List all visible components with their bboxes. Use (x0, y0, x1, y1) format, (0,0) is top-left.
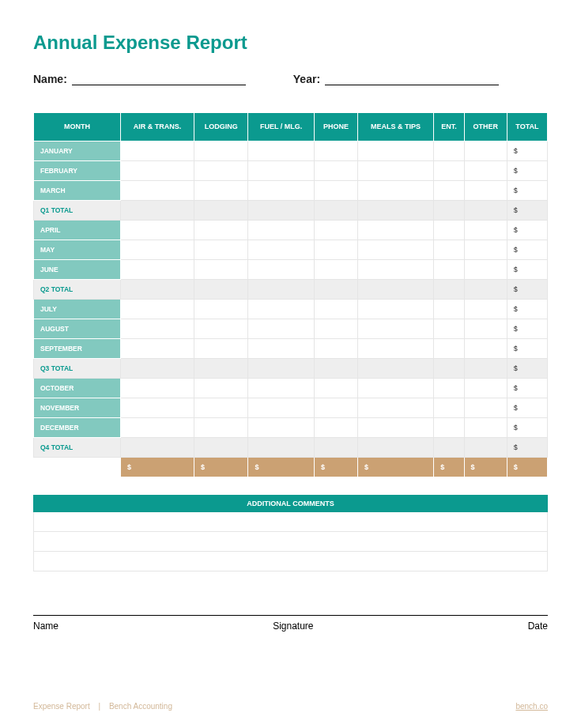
cell[interactable] (194, 398, 248, 418)
row-total[interactable]: $ (507, 181, 547, 201)
cell[interactable] (248, 240, 315, 260)
row-total[interactable]: $ (507, 339, 547, 359)
cell[interactable] (314, 141, 357, 161)
cell[interactable] (357, 141, 433, 161)
row-total[interactable]: $ (507, 398, 547, 418)
cell[interactable] (314, 161, 357, 181)
cell[interactable] (121, 418, 194, 438)
cell[interactable] (464, 379, 507, 398)
cell[interactable] (194, 300, 248, 319)
cell[interactable] (194, 280, 248, 300)
name-input-line[interactable] (72, 71, 246, 85)
cell[interactable] (464, 339, 507, 359)
cell[interactable] (121, 260, 194, 280)
cell[interactable] (464, 438, 507, 458)
cell[interactable] (434, 181, 464, 201)
cell[interactable] (194, 260, 248, 280)
cell[interactable] (248, 280, 315, 300)
cell[interactable] (121, 221, 194, 240)
cell[interactable] (314, 280, 357, 300)
cell[interactable] (314, 221, 357, 240)
cell[interactable] (464, 260, 507, 280)
cell[interactable] (434, 201, 464, 221)
cell[interactable] (464, 240, 507, 260)
comments-row[interactable] (33, 532, 548, 552)
cell[interactable] (248, 339, 315, 359)
cell[interactable] (248, 319, 315, 339)
cell[interactable] (434, 379, 464, 398)
cell[interactable] (434, 221, 464, 240)
cell[interactable] (464, 221, 507, 240)
cell[interactable] (434, 260, 464, 280)
cell[interactable] (357, 260, 433, 280)
row-total[interactable]: $ (507, 221, 547, 240)
cell[interactable] (464, 280, 507, 300)
cell[interactable] (194, 141, 248, 161)
cell[interactable] (121, 181, 194, 201)
cell[interactable] (194, 201, 248, 221)
cell[interactable] (357, 339, 433, 359)
cell[interactable] (121, 398, 194, 418)
cell[interactable] (464, 161, 507, 181)
cell[interactable] (434, 161, 464, 181)
cell[interactable] (464, 181, 507, 201)
cell[interactable] (314, 260, 357, 280)
cell[interactable] (314, 240, 357, 260)
cell[interactable] (434, 418, 464, 438)
cell[interactable] (314, 438, 357, 458)
cell[interactable] (194, 240, 248, 260)
cell[interactable] (314, 359, 357, 379)
cell[interactable] (434, 280, 464, 300)
cell[interactable] (248, 398, 315, 418)
cell[interactable] (434, 398, 464, 418)
cell[interactable] (248, 221, 315, 240)
cell[interactable] (357, 161, 433, 181)
cell[interactable] (121, 379, 194, 398)
cell[interactable] (434, 339, 464, 359)
cell[interactable] (357, 398, 433, 418)
row-total[interactable]: $ (507, 141, 547, 161)
row-total[interactable]: $ (507, 240, 547, 260)
cell[interactable] (121, 339, 194, 359)
row-total[interactable]: $ (507, 438, 547, 458)
cell[interactable] (314, 398, 357, 418)
cell[interactable] (194, 359, 248, 379)
cell[interactable] (121, 319, 194, 339)
cell[interactable] (121, 359, 194, 379)
cell[interactable] (314, 319, 357, 339)
row-total[interactable]: $ (507, 201, 547, 221)
cell[interactable] (357, 201, 433, 221)
row-total[interactable]: $ (507, 319, 547, 339)
cell[interactable] (357, 319, 433, 339)
comments-row[interactable] (33, 512, 548, 532)
cell[interactable] (194, 181, 248, 201)
cell[interactable] (194, 221, 248, 240)
cell[interactable] (314, 201, 357, 221)
cell[interactable] (194, 319, 248, 339)
cell[interactable] (434, 240, 464, 260)
comments-row[interactable] (33, 552, 548, 571)
cell[interactable] (194, 339, 248, 359)
cell[interactable] (121, 201, 194, 221)
cell[interactable] (248, 141, 315, 161)
cell[interactable] (464, 398, 507, 418)
cell[interactable] (121, 141, 194, 161)
row-total[interactable]: $ (507, 359, 547, 379)
row-total[interactable]: $ (507, 379, 547, 398)
cell[interactable] (434, 319, 464, 339)
row-total[interactable]: $ (507, 260, 547, 280)
cell[interactable] (248, 379, 315, 398)
year-input-line[interactable] (325, 71, 499, 85)
cell[interactable] (357, 379, 433, 398)
cell[interactable] (248, 418, 315, 438)
cell[interactable] (121, 300, 194, 319)
cell[interactable] (121, 240, 194, 260)
cell[interactable] (464, 141, 507, 161)
cell[interactable] (314, 339, 357, 359)
cell[interactable] (357, 181, 433, 201)
row-total[interactable]: $ (507, 300, 547, 319)
cell[interactable] (248, 359, 315, 379)
cell[interactable] (357, 418, 433, 438)
cell[interactable] (121, 161, 194, 181)
cell[interactable] (464, 418, 507, 438)
